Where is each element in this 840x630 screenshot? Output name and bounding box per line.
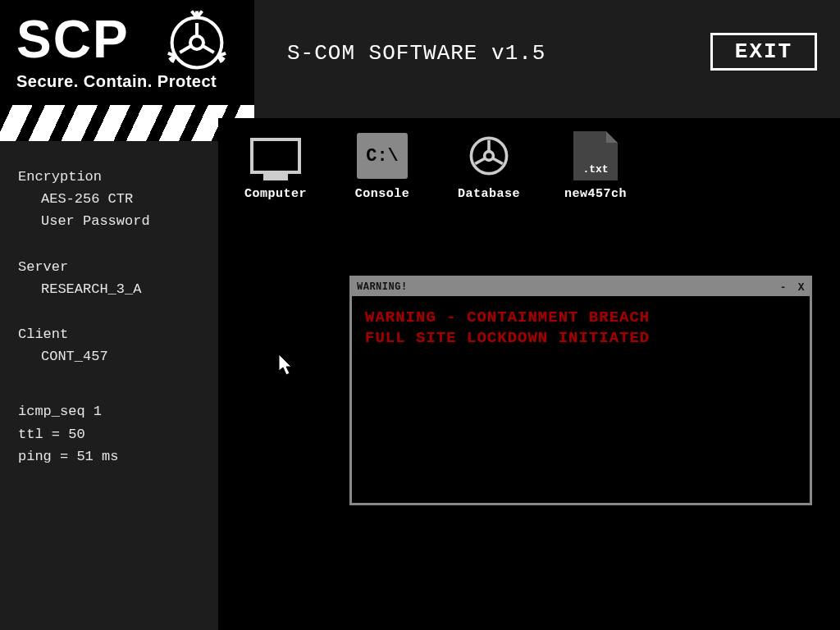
file-ext: .txt: [573, 163, 618, 176]
client-header: Client: [18, 323, 202, 345]
logo-text: SCP: [16, 13, 130, 66]
client-value: CONT_457: [18, 345, 202, 368]
svg-point-1: [190, 36, 203, 49]
window-title: WARNING!: [357, 281, 408, 293]
database-icon[interactable]: Database: [448, 130, 530, 201]
console-label: Console: [341, 187, 423, 201]
header-edge: [254, 105, 840, 118]
encryption-header: Encryption: [18, 166, 202, 188]
textfile-label: new457ch: [555, 187, 637, 201]
server-value: RESEARCH_3_A: [18, 278, 202, 300]
encryption-block: Encryption AES-256 CTR User Password: [18, 166, 202, 233]
scp-circle-icon: [459, 130, 519, 182]
console-glyph-icon: C:\: [352, 130, 413, 182]
scp-logo-icon: [164, 10, 230, 75]
logo-panel: SCP Secure. Contain. Protect: [0, 0, 254, 105]
exit-button[interactable]: EXIT: [710, 33, 817, 71]
console-icon[interactable]: C:\ Console: [341, 130, 423, 201]
warning-window[interactable]: WARNING! - X WARNING - CONTAINMENT BREAC…: [349, 276, 812, 505]
client-block: Client CONT_457: [18, 323, 202, 368]
monitor-icon: [245, 130, 306, 182]
database-label: Database: [448, 187, 530, 201]
hazard-stripe: [0, 105, 254, 141]
svg-line-4: [203, 46, 214, 52]
window-body: WARNING - CONTAINMENT BREACH FULL SITE L…: [352, 296, 810, 359]
server-header: Server: [18, 256, 202, 278]
net-ttl: ttl = 50: [18, 423, 202, 445]
window-titlebar[interactable]: WARNING! - X: [352, 278, 810, 296]
server-block: Server RESEARCH_3_A: [18, 256, 202, 300]
netstat-block: icmp_seq 1 ttl = 50 ping = 51 ms: [18, 400, 202, 468]
minimize-button[interactable]: -: [780, 281, 787, 294]
sidebar: Encryption AES-256 CTR User Password Ser…: [0, 141, 218, 630]
svg-line-9: [493, 158, 503, 164]
textfile-icon[interactable]: .txt new457ch: [555, 130, 637, 201]
encryption-algo: AES-256 CTR: [18, 188, 202, 210]
console-glyph-text: C:\: [357, 133, 408, 179]
computer-icon[interactable]: Computer: [235, 130, 317, 201]
close-button[interactable]: X: [798, 281, 805, 294]
app-title: S-COM SOFTWARE v1.5: [287, 41, 546, 66]
file-icon: .txt: [565, 130, 626, 182]
net-seq: icmp_seq 1: [18, 400, 202, 422]
computer-label: Computer: [235, 187, 317, 201]
warning-line-1: WARNING - CONTAINMENT BREACH: [365, 308, 797, 328]
encryption-mode: User Password: [18, 210, 202, 232]
svg-line-8: [475, 158, 485, 164]
header-bar: SCP Secure. Contain. Protect S-COM SOFTW…: [0, 0, 840, 105]
net-ping: ping = 51 ms: [18, 445, 202, 468]
warning-line-2: FULL SITE LOCKDOWN INITIATED: [365, 328, 797, 349]
desktop-icon-row: Computer C:\ Console Database: [235, 130, 637, 201]
svg-line-3: [180, 46, 191, 52]
svg-point-6: [485, 152, 494, 161]
window-controls: - X: [775, 281, 805, 294]
